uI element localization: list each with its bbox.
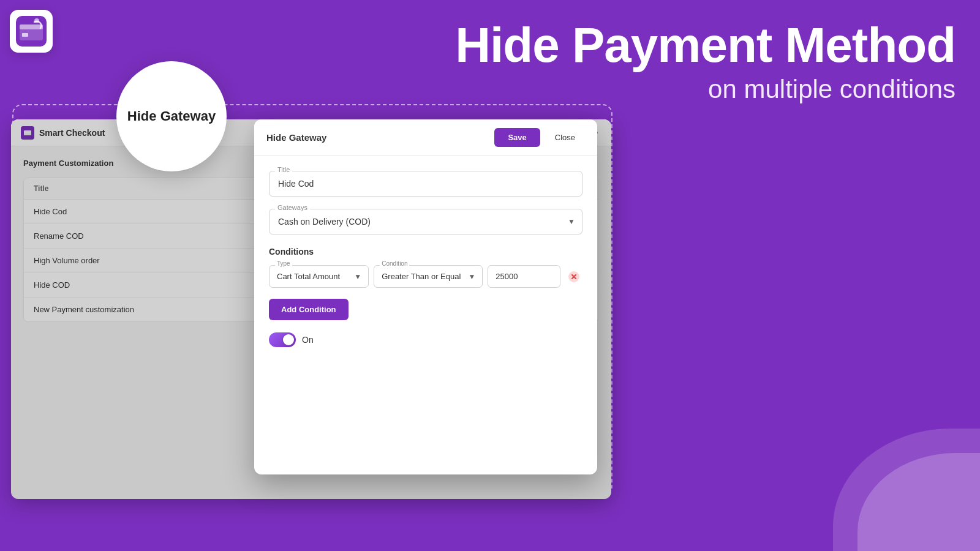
callout-text: Hide Gateway [127, 108, 216, 126]
svg-point-4 [34, 18, 39, 23]
svg-rect-3 [22, 33, 28, 37]
callout-circle: Hide Gateway [116, 61, 227, 171]
condition-type-select[interactable]: Cart Total Amount [269, 265, 369, 288]
title-field-group: Title [269, 171, 582, 197]
app-logo [10, 10, 53, 53]
conditions-label: Conditions [269, 247, 582, 257]
title-input[interactable] [269, 171, 582, 197]
condition-condition-select-wrapper: Greater Than or Equal ▼ [374, 265, 483, 288]
add-condition-button[interactable]: Add Condition [269, 299, 349, 320]
condition-value-wrapper [488, 265, 560, 288]
condition-row: Type Cart Total Amount ▼ Condition Great… [269, 265, 582, 288]
toggle-label: On [302, 335, 314, 345]
remove-icon [568, 271, 580, 283]
gateways-select-wrapper: Cash on Delivery (COD) ▼ [269, 209, 582, 234]
condition-type-wrapper: Type Cart Total Amount ▼ [269, 265, 369, 288]
condition-condition-wrapper: Condition Greater Than or Equal ▼ [374, 265, 483, 288]
condition-type-label: Type [275, 260, 292, 267]
gateways-select[interactable]: Cash on Delivery (COD) [269, 209, 582, 234]
status-toggle[interactable] [269, 332, 296, 347]
gateways-field-group: Gateways Cash on Delivery (COD) ▼ [269, 209, 582, 234]
condition-condition-select[interactable]: Greater Than or Equal [374, 265, 483, 288]
condition-condition-label: Condition [380, 260, 409, 267]
hero-title: Hide Payment Method [455, 18, 956, 72]
condition-type-select-wrapper: Cart Total Amount ▼ [269, 265, 369, 288]
remove-condition-button[interactable] [565, 268, 582, 285]
modal-header: Hide Gateway Save Close [254, 119, 597, 156]
toggle-row: On [269, 332, 582, 347]
modal-body: Title Gateways Cash on Delivery (COD) ▼ … [254, 156, 597, 474]
close-button[interactable]: Close [545, 128, 585, 147]
condition-value-input[interactable] [488, 265, 560, 288]
hero-subtitle: on multiple conditions [455, 75, 956, 104]
title-field-label: Title [275, 166, 292, 173]
modal-title: Hide Gateway [266, 132, 494, 143]
svg-rect-2 [20, 24, 43, 29]
gateways-field-label: Gateways [275, 204, 310, 211]
save-button[interactable]: Save [494, 128, 540, 147]
toggle-knob [283, 334, 294, 345]
hero-section: Hide Payment Method on multiple conditio… [455, 18, 956, 104]
modal-dialog: Hide Gateway Save Close Title Gateways C… [254, 119, 597, 474]
